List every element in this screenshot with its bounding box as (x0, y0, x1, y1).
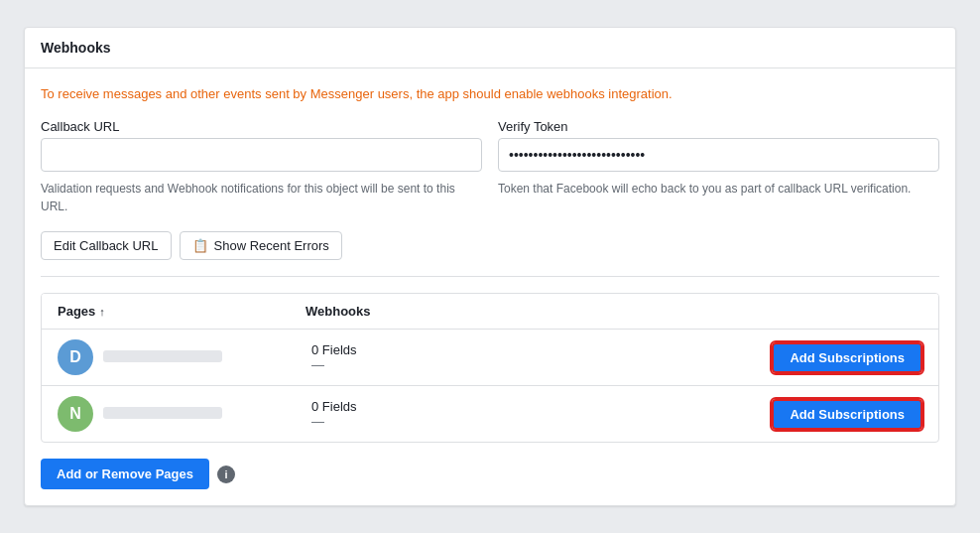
card-title: Webhooks (25, 28, 955, 68)
callback-url-group: Callback URL (41, 119, 482, 172)
col-pages-header: Pages ↑ (58, 304, 306, 319)
page-name-d (103, 350, 311, 365)
section-divider (41, 276, 939, 277)
info-message: To receive messages and other events sen… (41, 84, 939, 104)
table-row: N 0 Fields — Add Subscriptions (42, 386, 938, 442)
webhook-count-n: 0 Fields (311, 399, 772, 414)
webhooks-card: Webhooks To receive messages and other e… (24, 27, 956, 507)
callback-url-input[interactable] (41, 138, 482, 172)
webhook-dash-d: — (311, 357, 772, 372)
clipboard-icon: 📋 (192, 238, 208, 253)
verify-token-input[interactable] (498, 138, 939, 172)
callback-url-label: Callback URL (41, 119, 482, 134)
blurred-name-n (103, 407, 222, 419)
col-webhooks-header: Webhooks (306, 304, 922, 319)
bottom-actions: Add or Remove Pages i (41, 459, 939, 489)
add-subscriptions-button-d[interactable]: Add Subscriptions (772, 342, 922, 373)
edit-callback-label: Edit Callback URL (54, 238, 159, 253)
blurred-name-d (103, 350, 222, 362)
pages-table: Pages ↑ Webhooks D 0 Fields — Add Subscr… (41, 293, 939, 443)
webhook-count-d: 0 Fields (311, 342, 772, 357)
avatar-d: D (58, 339, 93, 375)
edit-callback-button[interactable]: Edit Callback URL (41, 231, 172, 260)
table-header: Pages ↑ Webhooks (42, 294, 938, 330)
add-subscriptions-button-n[interactable]: Add Subscriptions (772, 399, 922, 430)
callback-help-text: Validation requests and Webhook notifica… (41, 180, 482, 215)
verify-token-group: Verify Token (498, 119, 939, 172)
show-errors-label: Show Recent Errors (214, 238, 329, 253)
webhook-info-n: 0 Fields — (311, 399, 772, 429)
add-remove-pages-button[interactable]: Add or Remove Pages (41, 459, 209, 489)
token-help-text: Token that Facebook will echo back to yo… (498, 180, 939, 215)
verify-token-label: Verify Token (498, 119, 939, 134)
table-row: D 0 Fields — Add Subscriptions (42, 330, 938, 386)
sort-arrow-icon: ↑ (99, 306, 105, 318)
webhook-dash-n: — (311, 414, 772, 429)
page-name-n (103, 407, 311, 422)
webhook-info-d: 0 Fields — (311, 342, 772, 372)
info-icon[interactable]: i (217, 466, 235, 483)
show-errors-button[interactable]: 📋 Show Recent Errors (180, 231, 342, 260)
avatar-n: N (58, 396, 93, 432)
